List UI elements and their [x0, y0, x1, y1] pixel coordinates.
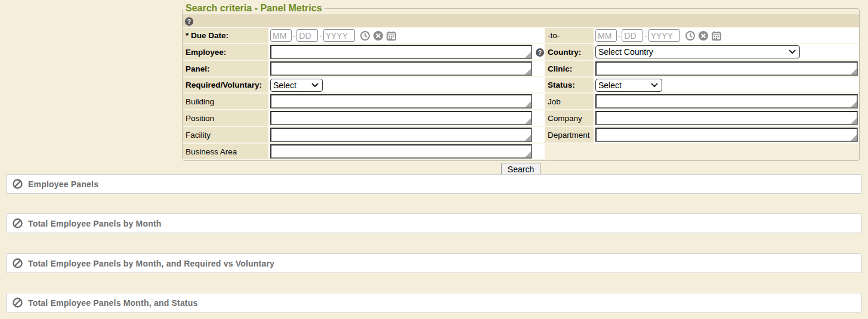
time-icon[interactable] — [685, 30, 696, 41]
due-date-from-icons — [360, 30, 397, 41]
row-employee-country: Employee: ? Country: — [183, 44, 859, 61]
svg-text:?: ? — [187, 17, 191, 24]
row-reqvol-status: Required/Voluntary: Select Status: — [183, 78, 859, 94]
employee-label: Employee: — [183, 44, 268, 61]
clinic-label: Clinic: — [545, 61, 594, 78]
resize-grip[interactable] — [525, 101, 531, 107]
due-date-label: * Due Date: — [183, 28, 268, 44]
accordion-section-total-by-month[interactable]: Total Employee Panels by Month — [6, 213, 861, 233]
country-select[interactable]: Select Country — [595, 45, 800, 58]
department-cell — [594, 127, 859, 144]
date-separator: - — [293, 31, 295, 40]
panel-input[interactable] — [270, 61, 532, 76]
resize-grip[interactable] — [525, 118, 531, 124]
spacer-cell — [535, 28, 545, 44]
due-date-to-group: - - — [595, 29, 858, 42]
department-label: Department — [545, 127, 594, 144]
resize-grip[interactable] — [525, 151, 531, 157]
help-icon[interactable]: ? — [185, 17, 193, 26]
building-input[interactable] — [270, 94, 532, 109]
ban-icon — [13, 298, 23, 308]
required-voluntary-select[interactable]: Select — [270, 79, 323, 92]
facility-cell — [268, 127, 535, 144]
business-area-input[interactable] — [270, 144, 532, 159]
time-icon[interactable] — [360, 30, 370, 41]
resize-grip[interactable] — [525, 52, 531, 58]
resize-grip[interactable] — [851, 118, 857, 124]
row-business-area: Business Area — [183, 144, 859, 160]
due-date-from-month-input[interactable] — [270, 29, 292, 42]
panel-label: Panel: — [183, 61, 268, 78]
facility-label: Facility — [183, 127, 268, 144]
row-building-job: Building Job — [183, 94, 859, 110]
spacer-cell — [535, 61, 545, 78]
spacer-cell — [535, 144, 545, 160]
row-position-company: Position Company — [183, 110, 859, 127]
due-date-to-year-input[interactable] — [648, 29, 680, 42]
due-date-from-group: - - — [270, 29, 534, 42]
status-label: Status: — [545, 78, 594, 94]
date-separator: - — [319, 31, 322, 40]
to-label: -to- — [545, 28, 594, 44]
due-date-from-day-input[interactable] — [296, 29, 318, 42]
position-input[interactable] — [270, 111, 532, 125]
clear-date-icon[interactable] — [373, 30, 384, 41]
business-area-label: Business Area — [183, 144, 268, 160]
date-separator: - — [644, 31, 647, 40]
resize-grip[interactable] — [851, 69, 857, 75]
employee-cell — [268, 44, 535, 61]
clinic-cell — [594, 61, 859, 78]
accordion-section-total-by-month-required-vs-voluntary[interactable]: Total Employee Panels by Month, and Requ… — [6, 253, 861, 273]
due-date-to-month-input[interactable] — [595, 29, 617, 42]
required-voluntary-label: Required/Voluntary: — [183, 78, 268, 94]
accordion-label: Total Employee Panels by Month — [28, 219, 162, 228]
clear-date-icon[interactable] — [698, 30, 709, 41]
status-select[interactable]: Select — [595, 79, 662, 92]
ban-icon — [13, 258, 23, 268]
job-label: Job — [545, 94, 594, 110]
company-input[interactable] — [595, 111, 858, 125]
ban-icon — [13, 179, 23, 189]
search-criteria-table: ? * Due Date: - - — [183, 14, 859, 160]
accordion-label: Employee Panels — [28, 179, 98, 189]
resize-grip[interactable] — [525, 69, 531, 75]
calendar-icon[interactable] — [386, 30, 397, 41]
search-button[interactable]: Search — [501, 163, 540, 175]
empty-cell — [594, 144, 859, 160]
facility-input[interactable] — [270, 128, 532, 142]
country-label: Country: — [545, 44, 594, 61]
accordion-label: Total Employee Panels by Month, and Requ… — [28, 259, 274, 268]
calendar-icon[interactable] — [711, 30, 722, 41]
spacer-cell — [535, 78, 545, 94]
search-criteria-legend: Search criteria - Panel Metrics — [183, 3, 325, 14]
resize-grip[interactable] — [525, 135, 531, 141]
search-criteria-fieldset: Search criteria - Panel Metrics ? * Due … — [182, 3, 860, 161]
row-facility-department: Facility Department — [183, 127, 859, 144]
employee-help-cell: ? — [535, 44, 545, 61]
clinic-input[interactable] — [595, 61, 858, 76]
job-input[interactable] — [595, 94, 858, 109]
ban-icon — [13, 218, 23, 228]
accordion-section-employee-panels[interactable]: Employee Panels — [6, 174, 861, 194]
due-date-from-year-input[interactable] — [323, 29, 355, 42]
resize-grip[interactable] — [851, 135, 857, 141]
form-header-bar: ? — [183, 14, 859, 28]
row-due-date: * Due Date: - - — [183, 28, 859, 44]
status-cell: Select — [594, 78, 859, 94]
due-date-to-icons — [685, 30, 722, 41]
country-cell: Select Country — [594, 44, 859, 61]
job-cell — [594, 94, 859, 110]
due-date-from-cell: - - — [268, 28, 535, 44]
search-criteria-panel: Search criteria - Panel Metrics ? * Due … — [182, 3, 860, 175]
due-date-to-day-input[interactable] — [622, 29, 643, 42]
department-input[interactable] — [595, 128, 858, 142]
accordion-section-total-month-and-status[interactable]: Total Employee Panels Month, and Status — [6, 293, 861, 312]
company-label: Company — [545, 110, 594, 127]
building-label: Building — [183, 94, 268, 110]
required-voluntary-cell: Select — [268, 78, 535, 94]
employee-input[interactable] — [270, 45, 532, 59]
help-icon[interactable]: ? — [536, 48, 544, 57]
resize-grip[interactable] — [851, 101, 857, 107]
company-cell — [594, 110, 859, 127]
position-cell — [268, 110, 535, 127]
